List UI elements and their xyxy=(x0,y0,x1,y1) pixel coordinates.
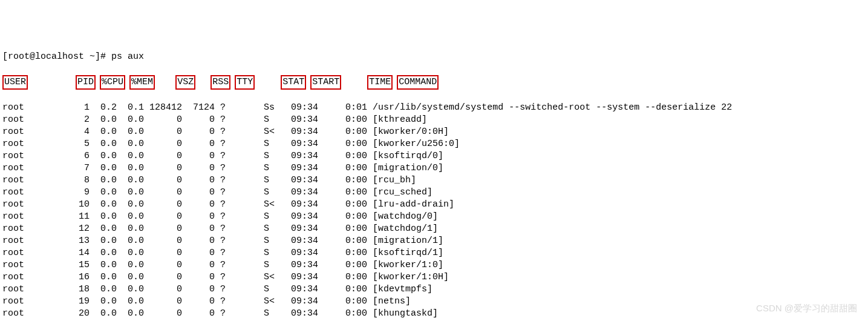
shell-prompt: [root@localhost ~]# ps aux xyxy=(2,51,866,63)
ps-row: root 20 0.0 0.0 0 0 ? S 09:34 0:00 [khun… xyxy=(2,308,866,318)
hdr-start: START xyxy=(310,75,341,90)
hdr-mem: %MEM xyxy=(129,75,155,90)
hdr-time: TIME xyxy=(367,75,393,90)
hdr-tty: TTY xyxy=(235,75,255,90)
ps-row: root 11 0.0 0.0 0 0 ? S 09:34 0:00 [watc… xyxy=(2,211,866,223)
ps-row: root 12 0.0 0.0 0 0 ? S 09:34 0:00 [watc… xyxy=(2,223,866,235)
ps-row: root 6 0.0 0.0 0 0 ? S 09:34 0:00 [ksoft… xyxy=(2,150,866,162)
ps-header-row: USER PID %CPU %MEM VSZ RSS TTY STAT STAR… xyxy=(2,75,866,90)
ps-row: root 14 0.0 0.0 0 0 ? S 09:34 0:00 [ksof… xyxy=(2,247,866,259)
ps-row: root 9 0.0 0.0 0 0 ? S 09:34 0:00 [rcu_s… xyxy=(2,187,866,199)
ps-row: root 7 0.0 0.0 0 0 ? S 09:34 0:00 [migra… xyxy=(2,162,866,174)
hdr-rss: RSS xyxy=(210,75,230,90)
ps-output-rows: root 1 0.2 0.1 128412 7124 ? Ss 09:34 0:… xyxy=(2,102,866,318)
hdr-cpu: %CPU xyxy=(100,75,125,90)
ps-row: root 18 0.0 0.0 0 0 ? S 09:34 0:00 [kdev… xyxy=(2,283,866,296)
ps-row: root 15 0.0 0.0 0 0 ? S 09:34 0:00 [kwor… xyxy=(2,259,866,271)
ps-row: root 13 0.0 0.0 0 0 ? S 09:34 0:00 [migr… xyxy=(2,235,866,247)
ps-row: root 2 0.0 0.0 0 0 ? S 09:34 0:00 [kthre… xyxy=(2,114,866,126)
ps-row: root 4 0.0 0.0 0 0 ? S< 09:34 0:00 [kwor… xyxy=(2,126,866,138)
ps-row: root 16 0.0 0.0 0 0 ? S< 09:34 0:00 [kwo… xyxy=(2,271,866,283)
ps-row: root 5 0.0 0.0 0 0 ? S 09:34 0:00 [kwork… xyxy=(2,138,866,150)
ps-row: root 8 0.0 0.0 0 0 ? S 09:34 0:00 [rcu_b… xyxy=(2,174,866,187)
ps-row: root 19 0.0 0.0 0 0 ? S< 09:34 0:00 [net… xyxy=(2,296,866,308)
hdr-command: COMMAND xyxy=(397,75,439,90)
hdr-stat: STAT xyxy=(281,75,306,90)
hdr-user: USER xyxy=(2,75,28,90)
hdr-vsz: VSZ xyxy=(175,75,195,90)
ps-row: root 1 0.2 0.1 128412 7124 ? Ss 09:34 0:… xyxy=(2,102,866,114)
hdr-pid: PID xyxy=(76,75,96,90)
ps-row: root 10 0.0 0.0 0 0 ? S< 09:34 0:00 [lru… xyxy=(2,199,866,211)
